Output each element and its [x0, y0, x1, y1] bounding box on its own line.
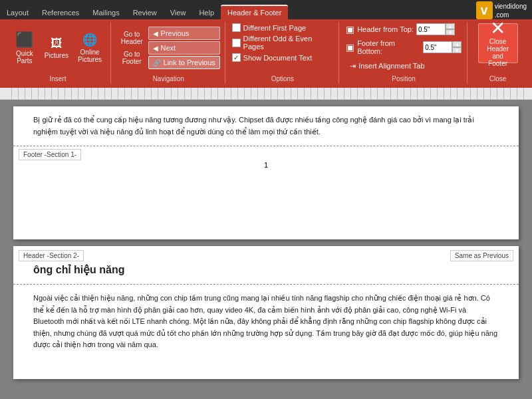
show-document-text-label: Show Document Text [243, 54, 313, 62]
go-to-buttons: Go toHeader Go toFooter [117, 29, 147, 67]
position-fields: ▣ Header from Top: ▲ ▼ ▣ Footer from Bot… [346, 23, 462, 72]
footer-from-bottom-icon: ▣ [346, 42, 354, 53]
link-icon: 🔗 [153, 59, 161, 66]
page-1-text: Bị giữ rẻ đã có thể cung cấp hiệu năng t… [33, 114, 499, 138]
different-first-page-label: Different First Page [243, 24, 307, 32]
next-button[interactable]: ◀ Next [148, 41, 220, 55]
alignment-tab-label: Insert Alignment Tab [358, 62, 424, 70]
tab-references[interactable]: References [35, 5, 86, 19]
header-section-2-label: Header -Section 2- [19, 250, 84, 261]
ruler-inner [5, 88, 527, 99]
different-odd-even-checkbox[interactable] [232, 39, 241, 47]
page-number-1: 1 [33, 150, 499, 174]
close-header-footer-label: Close Headerand Footer [485, 38, 511, 67]
online-pictures-button[interactable]: 🌐 OnlinePictures [74, 28, 106, 68]
previous-icon: ◀ [153, 30, 158, 37]
logo-badge: v [476, 1, 493, 19]
alignment-tab-icon: ⇥ [350, 62, 356, 70]
pictures-button[interactable]: 🖼 Pictures [41, 28, 72, 68]
group-close: ✕ Close Headerand Footer Close [469, 22, 527, 84]
header-top-spinner: ▲ ▼ [446, 23, 455, 35]
pictures-label: Pictures [45, 52, 68, 59]
header-section-2: Header -Section 2- Same as Previous ông … [13, 246, 519, 285]
footer-from-bottom-input-wrap: ▲ ▼ [423, 41, 462, 53]
tab-mailings[interactable]: Mailings [86, 5, 126, 19]
close-header-footer-button[interactable]: ✕ Close Headerand Footer [478, 23, 518, 63]
go-to-header-label: Go toHeader [121, 31, 143, 45]
footer-from-bottom-label: Footer from Bottom: [357, 39, 420, 55]
tab-view[interactable]: View [164, 5, 193, 19]
go-to-footer-button[interactable]: Go toFooter [117, 49, 147, 67]
ribbon-body: ⬛ QuickParts 🖼 Pictures 🌐 OnlinePictures… [0, 19, 532, 88]
group-navigation: Go toHeader Go toFooter ◀ Previous ◀ Nex… [112, 22, 225, 84]
navigation-group-label: Navigation [153, 72, 184, 82]
page-2: Header -Section 2- Same as Previous ông … [13, 246, 519, 379]
tab-layout[interactable]: Layout [0, 5, 35, 19]
quick-parts-button[interactable]: ⬛ QuickParts [10, 28, 39, 68]
header-from-top-label: Header from Top: [357, 25, 414, 33]
logo-text: viendidong.com [495, 2, 527, 19]
page-1-body: Bị giữ rẻ đã có thể cung cấp hiệu năng t… [13, 106, 519, 146]
ruler [0, 88, 532, 100]
footer-bottom-down[interactable]: ▼ [452, 47, 462, 53]
group-position: ▣ Header from Top: ▲ ▼ ▣ Footer from Bot… [340, 22, 467, 84]
insert-buttons: ⬛ QuickParts 🖼 Pictures 🌐 OnlinePictures [10, 23, 106, 72]
quick-parts-icon: ⬛ [15, 31, 33, 49]
options-group-label: Options [271, 72, 294, 82]
header-from-top-input-wrap: ▲ ▼ [416, 23, 455, 35]
close-group-label: Close [489, 72, 507, 82]
link-to-previous-button[interactable]: 🔗 Link to Previous [148, 56, 220, 69]
footer-section-1-label: Footer -Section 1- [19, 149, 81, 160]
different-first-page-row[interactable]: Different First Page [232, 23, 334, 32]
position-group-label: Position [392, 72, 416, 82]
page-1: Bị giữ rẻ đã có thể cung cấp hiệu năng t… [13, 106, 519, 239]
footer-section-1: Footer -Section 1- 1 [13, 146, 519, 179]
insert-group-label: Insert [49, 72, 66, 82]
header-top-down[interactable]: ▼ [446, 29, 455, 35]
prev-next-column: ◀ Previous ◀ Next 🔗 Link to Previous [148, 27, 220, 69]
go-to-header-button[interactable]: Go toHeader [117, 29, 147, 47]
go-to-footer-label: Go toFooter [122, 51, 142, 65]
header-from-top-row: ▣ Header from Top: ▲ ▼ [346, 23, 462, 35]
footer-from-bottom-row: ▣ Footer from Bottom: ▲ ▼ [346, 39, 462, 55]
next-icon: ◀ [153, 45, 158, 52]
different-odd-even-row[interactable]: Different Odd & Even Pages [232, 35, 334, 51]
document-area[interactable]: Bị giữ rẻ đã có thể cung cấp hiệu năng t… [0, 100, 532, 399]
previous-label: Previous [161, 29, 190, 37]
header-top-up[interactable]: ▲ [446, 23, 455, 29]
header-from-top-icon: ▣ [346, 24, 354, 35]
pictures-icon: 🖼 [51, 37, 63, 51]
group-options: Different First Page Different Odd & Eve… [227, 22, 340, 84]
quick-parts-label: QuickParts [16, 50, 33, 65]
online-pictures-icon: 🌐 [82, 33, 97, 47]
footer-from-bottom-input[interactable] [423, 41, 452, 53]
options-checkboxes: Different First Page Different Odd & Eve… [232, 23, 334, 62]
page-2-body: Ngoài việc cải thiện hiệu năng, những co… [13, 285, 519, 359]
show-document-text-row[interactable]: Show Document Text [232, 53, 334, 62]
link-to-previous-label: Link to Previous [164, 59, 215, 66]
page-2-text: Ngoài việc cải thiện hiệu năng, những co… [33, 293, 499, 351]
close-column: ✕ Close Headerand Footer [474, 23, 522, 63]
tab-help[interactable]: Help [192, 5, 221, 19]
different-odd-even-label: Different Odd & Even Pages [243, 35, 334, 51]
different-first-page-checkbox[interactable] [232, 23, 241, 32]
header-from-top-input[interactable] [416, 23, 446, 35]
ribbon-tab-bar: Layout References Mailings Review View H… [0, 0, 532, 19]
same-as-previous-badge: Same as Previous [450, 250, 513, 261]
insert-alignment-tab-button[interactable]: ⇥ Insert Alignment Tab [346, 59, 462, 72]
tab-review[interactable]: Review [126, 5, 164, 19]
next-label: Next [161, 44, 176, 52]
show-document-text-checkbox[interactable] [232, 53, 241, 62]
close-x-icon: ✕ [490, 19, 505, 38]
tab-header-footer[interactable]: Header & Footer [221, 5, 288, 19]
navigation-buttons: Go toHeader Go toFooter ◀ Previous ◀ Nex… [117, 23, 220, 72]
footer-bottom-up[interactable]: ▲ [452, 41, 462, 47]
ribbon: Layout References Mailings Review View H… [0, 0, 532, 88]
previous-button[interactable]: ◀ Previous [148, 27, 220, 40]
logo-area: v viendidong.com [476, 1, 533, 19]
online-pictures-label: OnlinePictures [78, 49, 102, 63]
group-insert: ⬛ QuickParts 🖼 Pictures 🌐 OnlinePictures… [5, 22, 111, 84]
footer-bottom-spinner: ▲ ▼ [452, 41, 462, 53]
